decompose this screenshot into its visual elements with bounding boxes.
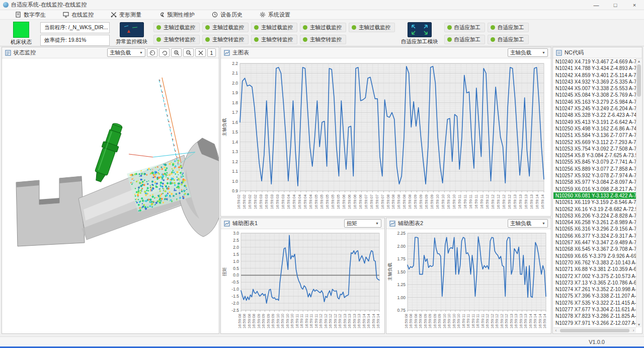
nc-line[interactable]: N10268 X6.545 Y-3.367 Z-9.708 A-70.519 <box>553 246 636 252</box>
status-monitor-selector[interactable]: 主轴负载▼ <box>107 48 145 57</box>
spindle-idle-badge[interactable]: 主轴空转监控 <box>251 35 297 44</box>
section-count-field[interactable]: 1 <box>207 48 216 57</box>
nc-line[interactable]: N10247 X5.245 Y-3.249 Z-6.204 A-74.701 <box>553 105 636 112</box>
nc-line[interactable]: N10243 X4.932 Y-3.369 Z-5.335 A-75.523 <box>553 79 636 85</box>
aux-chart1-plot[interactable]: 3.02.52.01.51.00.50.0-0.5-1.0-1.5-2.0-2.… <box>221 229 384 333</box>
svg-text:16:59:08: 16:59:08 <box>404 314 409 328</box>
nc-line[interactable]: N10250 X5.498 Y-3.162 Z-6.86 A-74.178 C <box>553 125 636 132</box>
scroll-down-icon[interactable]: ▼ <box>636 322 641 327</box>
adaptive-machining-badge[interactable]: 自适应加工 <box>488 23 529 32</box>
nc-line[interactable]: N10258 X5.977 Y-3.084 Z-8.097 A-73.138 <box>553 179 636 185</box>
nc-line[interactable]: N10275 X7.396 Y-3.338 Z-11.207 A-65.95 <box>553 293 636 299</box>
maximize-button[interactable]: □ <box>606 0 625 10</box>
menu-item-device-history[interactable]: 设备历史 <box>212 11 243 19</box>
device-history-icon <box>212 12 218 18</box>
adaptive-machining-badge[interactable]: 自适应加工 <box>444 23 486 32</box>
adaptive-machining-badge[interactable]: 自适应加工 <box>444 35 486 44</box>
aux-chart2-plot[interactable]: 2.252.001.751.501.251.000.7516:59:0816:5… <box>386 229 551 333</box>
nc-line[interactable]: N10259 X6.016 Y-3.098 Z-8.217 A-73.036 <box>553 186 636 192</box>
nc-line[interactable]: N10276 X7.535 Y-3.322 Z-11.415 A-65.22 <box>553 300 636 306</box>
version-label: V1.0.0 <box>589 339 605 345</box>
nc-horizontal-scrollbar[interactable]: ‹ › <box>553 327 636 333</box>
menu-item-predictive-maintenance[interactable]: 预测性维护 <box>158 11 195 19</box>
nc-line[interactable]: N10249 X5.413 Y-3.191 Z-6.642 A-74.346 <box>553 119 636 125</box>
rotate-view-button[interactable] <box>159 48 170 57</box>
nc-line[interactable]: N10246 X5.163 Y-3.279 Z-5.984 A-74.892 <box>553 99 636 105</box>
svg-text:16:59:06: 16:59:06 <box>342 194 346 209</box>
nc-line[interactable]: N10242 X4.859 Y-3.401 Z-5.114 A-75.775 <box>553 72 636 79</box>
svg-text:16:59:07: 16:59:07 <box>380 194 385 209</box>
nc-line[interactable]: N10257 X5.932 Y-3.078 Z-7.974 A-73.243 <box>553 172 636 179</box>
nc-line[interactable]: N10270 X6.762 Y-3.383 Z-10.143 A-69.34 <box>553 259 636 266</box>
spindle-overload-badge[interactable]: 主轴过载监控 <box>300 23 346 32</box>
abnormal-module-thumbnail[interactable] <box>120 22 144 37</box>
menu-item-deform-measure[interactable]: 变形测量 <box>111 11 141 19</box>
svg-text:16:59:12: 16:59:12 <box>485 194 490 209</box>
render-mode-button[interactable] <box>147 48 157 57</box>
main-chart-selector[interactable]: 主轴负载▼ <box>508 48 548 57</box>
nc-line[interactable]: N10277 X7.677 Y-3.304 Z-11.621 A-64.48 <box>553 306 636 313</box>
nc-line[interactable]: N10251 X5.584 Y-3.136 Z-7.077 A-74.012 <box>553 132 636 138</box>
zoom-out-button[interactable] <box>183 48 194 57</box>
main-chart-panel: 主图表 主轴负载▼ 2.22.12.01.91.81.71.61.51.41.3… <box>220 47 551 217</box>
fit-view-button[interactable] <box>195 48 206 57</box>
nc-line[interactable]: N10264 X6.258 Y-3.261 Z-8.989 A-72.072 <box>553 219 636 226</box>
adaptive-machining-badge[interactable]: 自适应加工 <box>488 35 529 44</box>
nc-line[interactable]: N10253 X5.754 Y-3.092 Z-7.508 A-73.677 <box>553 146 636 152</box>
nc-line[interactable]: N10254 X5.8 Y-3.084 Z-7.625 A-73.571 C <box>553 152 636 159</box>
adaptive-module-thumbnail[interactable] <box>408 22 432 37</box>
nc-line[interactable]: N10248 X5.328 Y-3.22 Z-6.423 A-74.52 C <box>553 112 636 118</box>
nc-line[interactable]: N10271 X6.88 Y-3.381 Z-10.359 A-68.711 <box>553 266 636 272</box>
nc-line[interactable]: N10256 X5.889 Y-3.077 Z-7.858 A-73.348 <box>553 166 636 172</box>
scroll-left-icon[interactable]: ‹ <box>553 328 558 333</box>
zoom-in-button[interactable] <box>171 48 182 57</box>
nc-line[interactable]: N10261 X6.119 Y-3.159 Z-8.546 A-72.701 <box>553 199 636 205</box>
nc-line[interactable]: N10273 X7.13 Y-3.365 Z-10.786 A-67.372 <box>553 280 636 286</box>
menu-item-system-settings[interactable]: 系统设置 <box>260 11 290 19</box>
spindle-idle-badge[interactable]: 主轴空转监控 <box>300 35 346 44</box>
spindle-idle-badge[interactable]: 主轴空转监控 <box>153 35 200 44</box>
nc-line[interactable]: N10272 X7.002 Y-3.375 Z-10.573 A-68.05 <box>553 273 636 280</box>
nc-line[interactable]: N10255 X5.845 Y-3.079 Z-7.741 A-73.458 <box>553 159 636 165</box>
minimize-button[interactable]: — <box>587 0 606 10</box>
nc-line[interactable]: N10279 X7.971 Y-3.266 Z-12.027 A-62.98 <box>553 320 636 326</box>
nc-line[interactable]: N10265 X6.316 Y-3.296 Z-9.156 A-71.771 <box>553 226 636 232</box>
nc-line[interactable]: N10244 X5.007 Y-3.338 Z-5.553 A-75.297 <box>553 85 636 92</box>
svg-text:16:59:11: 16:59:11 <box>309 314 313 328</box>
svg-text:16:59:08: 16:59:08 <box>242 314 247 328</box>
menu-item-online-monitor[interactable]: 在线监控 <box>63 11 94 19</box>
scroll-up-icon[interactable]: ▲ <box>636 58 641 64</box>
nc-scroll-thumb[interactable] <box>637 64 641 97</box>
main-chart-plot[interactable]: 2.22.12.01.91.81.71.61.51.41.31.21.11.00… <box>221 58 551 216</box>
svg-text:16:59:11: 16:59:11 <box>468 194 473 209</box>
nc-line[interactable]: N10278 X7.823 Y-3.286 Z-11.825 A-63.73 <box>553 313 636 319</box>
spindle-overload-badge[interactable]: 主轴过载监控 <box>349 23 395 32</box>
machine-3d-viewport[interactable] <box>2 58 219 333</box>
nc-hscroll-thumb[interactable] <box>560 329 629 332</box>
nc-line[interactable]: N10262 X6.16 Y-3.19 Z-8.682 A-72.534 C <box>553 206 636 213</box>
close-button[interactable]: × <box>625 0 644 10</box>
nc-code-list[interactable]: N10240 X4.719 Y-3.467 Z-4.669 A-76.396N1… <box>553 58 636 327</box>
aux-chart2-selector[interactable]: 主轴负载▼ <box>508 219 548 228</box>
nc-line[interactable]: N10245 X5.084 Y-3.308 Z-5.769 A-75.088 <box>553 92 636 98</box>
nc-line[interactable]: N10252 X5.669 Y-3.112 Z-7.293 A-73.844 <box>553 139 636 146</box>
spindle-overload-badge[interactable]: 主轴过载监控 <box>202 23 249 32</box>
svg-text:16:59:12: 16:59:12 <box>502 194 506 209</box>
menu-item-digital-twin[interactable]: 数字孪生 <box>15 11 46 19</box>
aux-chart1-selector[interactable]: 扭矩▼ <box>344 219 381 228</box>
scroll-right-icon[interactable]: › <box>631 328 636 333</box>
badge-label: 主轴过载监控 <box>261 24 293 31</box>
nc-line[interactable]: N10274 X7.261 Y-3.352 Z-10.998 A-66.67 <box>553 286 636 293</box>
status-dot-icon <box>156 37 161 42</box>
nc-vertical-scrollbar[interactable]: ▲ ▼ <box>636 58 641 327</box>
nc-line[interactable]: N10267 X6.447 Y-3.347 Z-9.489 A-71.055 <box>553 239 636 246</box>
spindle-overload-badge[interactable]: 主轴过载监控 <box>251 23 297 32</box>
nc-line[interactable]: N10241 X4.788 Y-3.434 Z-4.893 A-76.062 <box>553 65 636 72</box>
spindle-overload-badge[interactable]: 主轴过载监控 <box>153 23 200 32</box>
nc-line[interactable]: N10240 X4.719 Y-3.467 Z-4.669 A-76.396 <box>553 58 636 65</box>
spindle-idle-badge[interactable]: 主轴空转监控 <box>202 35 249 44</box>
nc-line-current[interactable]: N10260 X6.081 Y-3.133 Z-8.422 A-72.835 <box>553 192 636 199</box>
nc-line[interactable]: N10266 X6.377 Y-3.324 Z-9.317 A-71.443 <box>553 233 636 239</box>
nc-line[interactable]: N10269 X6.65 Y-3.379 Z-9.926 A-69.947 C <box>553 253 636 259</box>
nc-line[interactable]: N10263 X6.206 Y-3.224 Z-8.828 A-72.33 C <box>553 213 636 219</box>
